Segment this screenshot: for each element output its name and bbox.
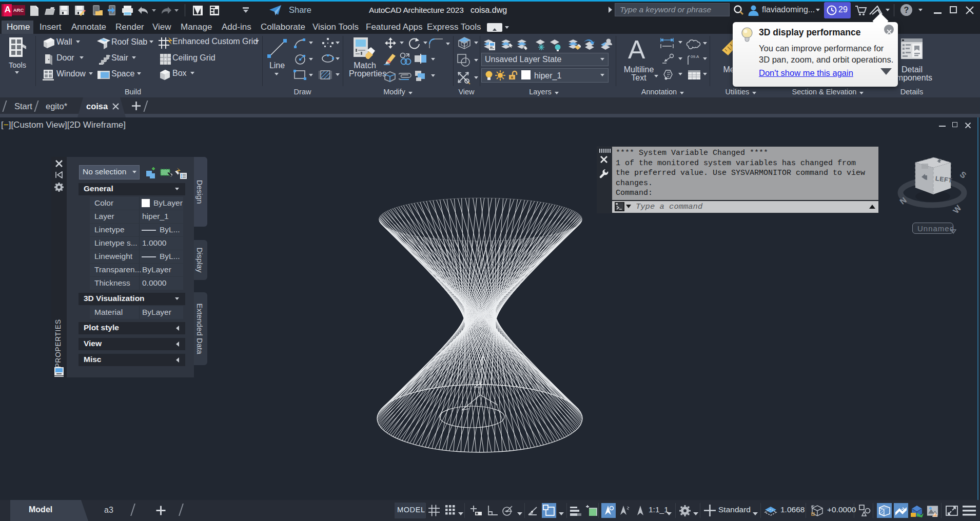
svg-text:S: S bbox=[958, 170, 968, 180]
